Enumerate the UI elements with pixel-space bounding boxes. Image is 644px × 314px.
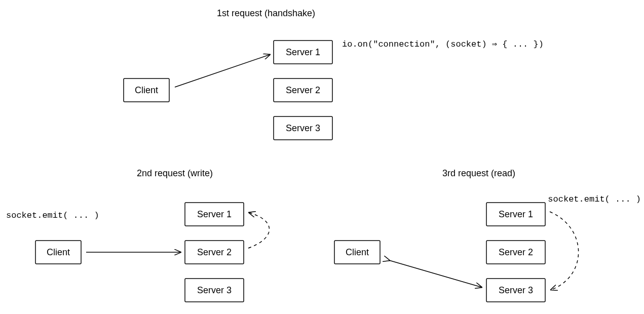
client-box-3: Client — [334, 241, 380, 264]
client-label-2: Client — [47, 247, 70, 257]
server1-box-3: Server 1 — [486, 203, 545, 226]
server1-box-1: Server 1 — [274, 41, 332, 64]
arrow-client-to-server1 — [175, 55, 270, 87]
server2-box-2: Server 2 — [185, 241, 244, 264]
code-handshake: io.on("connection", (socket) ⇒ { ... }) — [342, 40, 544, 49]
server1-label-3: Server 1 — [499, 209, 533, 219]
title-handshake: 1st request (handshake) — [217, 8, 315, 18]
title-read: 3rd request (read) — [442, 168, 515, 178]
server1-box-2: Server 1 — [185, 203, 244, 226]
arrow-client-to-server3-bidir — [389, 260, 481, 287]
diagram-canvas: 1st request (handshake) Client Server 1 … — [0, 0, 644, 314]
server2-box-3: Server 2 — [486, 241, 545, 264]
client-box-2: Client — [35, 241, 81, 264]
code-write: socket.emit( ... ) — [6, 211, 99, 220]
server3-box-2: Server 3 — [185, 279, 244, 302]
server1-label-2: Server 1 — [197, 209, 232, 219]
dashed-arrow-s2-to-s1 — [248, 213, 270, 248]
server2-label-3: Server 2 — [499, 247, 533, 257]
client-label-3: Client — [346, 247, 369, 257]
section-handshake: 1st request (handshake) Client Server 1 … — [124, 8, 544, 140]
server1-label-1: Server 1 — [286, 47, 320, 57]
server2-label-1: Server 2 — [286, 85, 320, 95]
section-write: 2nd request (write) Client Server 1 Serv… — [6, 168, 270, 302]
title-write: 2nd request (write) — [137, 168, 213, 178]
client-box-1: Client — [124, 78, 169, 102]
code-read: socket.emit( ... ) — [548, 194, 641, 204]
server3-label-3: Server 3 — [499, 285, 533, 295]
section-read: 3rd request (read) Client Server 1 Serve… — [334, 168, 641, 302]
client-label-1: Client — [135, 85, 158, 95]
server3-label-1: Server 3 — [286, 123, 320, 133]
server2-label-2: Server 2 — [197, 247, 232, 257]
server3-box-3: Server 3 — [486, 279, 545, 302]
server3-label-2: Server 3 — [197, 285, 232, 295]
server3-box-1: Server 3 — [274, 116, 332, 140]
server2-box-1: Server 2 — [274, 78, 332, 102]
dashed-arrow-s1-to-s3 — [550, 212, 579, 290]
